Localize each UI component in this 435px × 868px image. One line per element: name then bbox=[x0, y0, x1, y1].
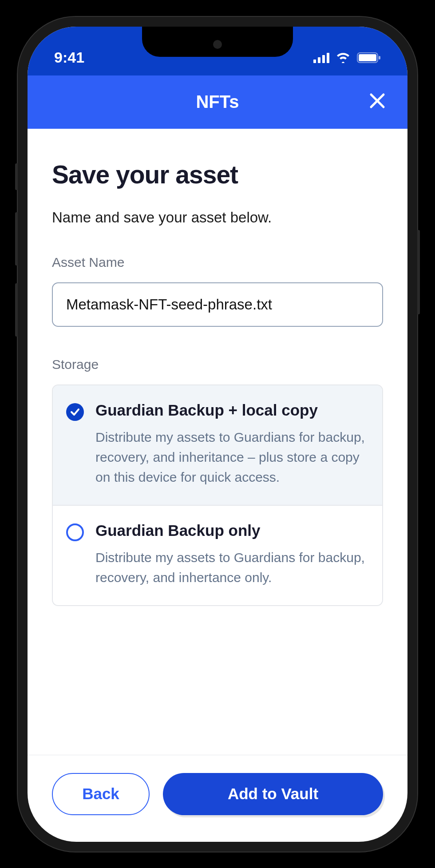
asset-name-input[interactable] bbox=[52, 282, 383, 327]
asset-name-label: Asset Name bbox=[52, 255, 383, 270]
svg-rect-2 bbox=[322, 55, 325, 63]
check-icon bbox=[70, 407, 80, 417]
header-bar: NFTs bbox=[28, 75, 407, 129]
storage-option-group: Guardian Backup + local copy Distribute … bbox=[52, 384, 383, 606]
add-to-vault-button[interactable]: Add to Vault bbox=[163, 773, 383, 815]
content-area: Save your asset Name and save your asset… bbox=[28, 129, 407, 755]
battery-icon bbox=[357, 52, 381, 63]
option-title: Guardian Backup + local copy bbox=[95, 401, 369, 419]
option-description: Distribute my assets to Guardians for ba… bbox=[95, 427, 369, 487]
storage-option-guardian-only[interactable]: Guardian Backup only Distribute my asset… bbox=[53, 505, 382, 605]
option-title: Guardian Backup only bbox=[95, 522, 369, 539]
storage-label: Storage bbox=[52, 357, 383, 372]
footer-bar: Back Add to Vault bbox=[28, 755, 407, 842]
page-title: Save your asset bbox=[52, 160, 383, 189]
close-button[interactable] bbox=[369, 92, 385, 112]
option-description: Distribute my assets to Guardians for ba… bbox=[95, 547, 369, 587]
wifi-icon bbox=[336, 52, 351, 63]
volume-down-button bbox=[15, 283, 18, 337]
status-icons bbox=[313, 52, 381, 63]
phone-screen: 9:41 NFTs Save your asset Name and s bbox=[28, 27, 407, 842]
volume-up-button bbox=[15, 212, 18, 266]
header-title: NFTs bbox=[196, 92, 239, 112]
svg-rect-6 bbox=[379, 56, 380, 59]
radio-selected bbox=[66, 403, 84, 421]
svg-rect-3 bbox=[327, 53, 329, 63]
svg-rect-5 bbox=[359, 54, 376, 61]
page-subtitle: Name and save your asset below. bbox=[52, 209, 383, 226]
svg-rect-0 bbox=[313, 59, 316, 63]
back-button[interactable]: Back bbox=[52, 773, 150, 815]
svg-rect-1 bbox=[318, 57, 320, 63]
silence-switch bbox=[15, 163, 18, 190]
radio-unselected bbox=[66, 523, 84, 541]
status-time: 9:41 bbox=[54, 49, 84, 66]
close-icon bbox=[369, 93, 385, 109]
storage-option-guardian-local[interactable]: Guardian Backup + local copy Distribute … bbox=[53, 385, 382, 505]
phone-frame: 9:41 NFTs Save your asset Name and s bbox=[18, 17, 417, 852]
power-button bbox=[417, 230, 420, 314]
cellular-signal-icon bbox=[313, 52, 329, 63]
notch bbox=[142, 27, 293, 57]
